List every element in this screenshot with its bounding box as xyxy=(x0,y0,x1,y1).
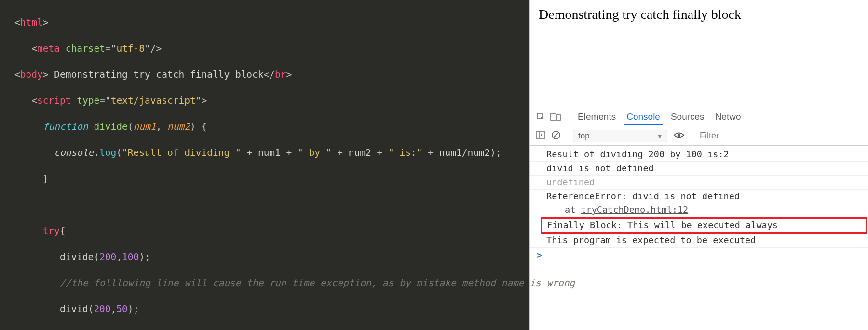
divider xyxy=(691,131,691,141)
code-line: divid(200,50); xyxy=(14,302,529,316)
code-line: divide(200,100); xyxy=(14,250,529,263)
filter-input[interactable] xyxy=(697,131,862,141)
tab-network[interactable]: Netwo xyxy=(712,108,744,125)
code-line: try{ xyxy=(14,224,529,237)
log-row: Result of dividing 200 by 100 is:2 xyxy=(530,148,868,162)
tab-elements[interactable]: Elements xyxy=(575,108,619,125)
console-prompt[interactable]: > xyxy=(530,248,868,262)
rendered-page: Demonstrating try catch finally block xyxy=(530,0,868,107)
code-line: <script type="text/javascript"> xyxy=(14,94,529,107)
code-editor[interactable]: <html> <meta charset="utf-8"/> <body> De… xyxy=(0,0,529,330)
stack-link[interactable]: tryCatchDemo.html:12 xyxy=(581,205,688,215)
code-line: function divide(num1, num2) { xyxy=(14,120,529,133)
console-toolbar: top ▼ xyxy=(530,126,868,146)
divider xyxy=(567,131,567,141)
context-value: top xyxy=(578,131,590,141)
devtools: Elements Console Sources Netwo top ▼ xyxy=(530,107,868,330)
log-row: divid is not defined xyxy=(530,162,868,176)
code-line: //the folllowing line will cause the run… xyxy=(14,276,529,289)
clear-console-icon[interactable] xyxy=(551,130,561,142)
svg-rect-1 xyxy=(551,113,556,120)
code-line: console.log("Result of dividing " + num1… xyxy=(14,146,529,159)
console-log[interactable]: Result of dividing 200 by 100 is:2 divid… xyxy=(530,146,868,330)
code-line: <body> Demonstrating try catch finally b… xyxy=(14,68,529,81)
context-selector[interactable]: top ▼ xyxy=(573,130,667,142)
log-row: undefined xyxy=(530,176,868,190)
tab-console[interactable]: Console xyxy=(624,108,663,125)
browser-pane: Demonstrating try catch finally block El… xyxy=(529,0,868,330)
devtools-tabs: Elements Console Sources Netwo xyxy=(530,107,868,126)
device-toggle-icon[interactable] xyxy=(550,112,561,122)
divider xyxy=(568,111,568,122)
svg-line-6 xyxy=(554,133,558,138)
code-line: <html> xyxy=(14,16,529,29)
log-row-error: ReferenceError: divid is not defined at … xyxy=(530,190,868,217)
inspect-icon[interactable] xyxy=(536,112,545,122)
log-row-highlighted: Finally Block: This will be executed alw… xyxy=(541,217,867,234)
code-line: <meta charset="utf-8"/> xyxy=(14,42,529,55)
code-line: } xyxy=(14,172,529,185)
page-heading: Demonstrating try catch finally block xyxy=(539,7,741,22)
tab-sources[interactable]: Sources xyxy=(668,108,707,125)
log-row: This program is expected to be executed xyxy=(530,234,868,248)
svg-point-7 xyxy=(678,133,680,136)
svg-rect-2 xyxy=(557,115,560,120)
sidebar-toggle-icon[interactable] xyxy=(536,131,545,141)
code-line xyxy=(14,198,529,211)
chevron-down-icon: ▼ xyxy=(656,132,663,140)
eye-icon[interactable] xyxy=(673,131,685,141)
